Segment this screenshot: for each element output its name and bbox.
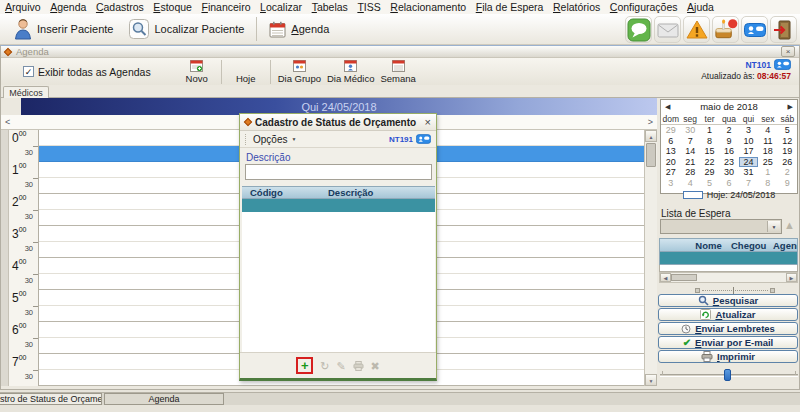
calendar-day[interactable]: 3 [661, 178, 680, 189]
enviar-lembretes-button[interactable]: Enviar Lembretes [658, 322, 798, 335]
calendar-day[interactable]: 15 [700, 146, 719, 157]
waitlist-mini-slider[interactable] [695, 287, 775, 294]
calendar-day[interactable]: 30 [680, 125, 699, 136]
slider-left-handle[interactable] [695, 288, 700, 293]
calendar-day[interactable]: 18 [758, 146, 777, 157]
dia-grupo-button[interactable]: Dia Grupo [275, 58, 324, 85]
calendar-day[interactable]: 27 [661, 167, 680, 178]
print-icon[interactable] [353, 361, 364, 371]
calendar-day[interactable]: 14 [680, 146, 699, 157]
calendar-day-selected[interactable]: 24 [739, 157, 758, 168]
column-agenda[interactable]: Agenda [773, 240, 797, 251]
calendar-day[interactable]: 7 [739, 178, 758, 189]
dialog-titlebar[interactable]: Cadastro de Status de Orçamento × [240, 114, 436, 131]
menu-item-cadastros[interactable]: Cadastros [96, 1, 144, 13]
column-chegou[interactable]: Chegou [731, 240, 773, 251]
imprimir-button[interactable]: Imprimir [658, 350, 798, 363]
calendar-next-icon[interactable]: ▶ [783, 103, 793, 111]
calendar-day[interactable]: 6 [661, 136, 680, 147]
calendar-day[interactable]: 12 [778, 136, 797, 147]
calendar-day[interactable]: 22 [700, 157, 719, 168]
messenger-icon[interactable] [774, 59, 791, 70]
tab-medicos[interactable]: Médicos [3, 86, 49, 98]
novo-button[interactable]: Novo [177, 58, 217, 85]
birthday-button[interactable] [712, 16, 739, 43]
left-collapse-strip[interactable] [1, 130, 9, 386]
task-tab-agenda[interactable]: Agenda [104, 393, 224, 405]
semana-button[interactable]: Semana [378, 58, 419, 85]
dialog-close-button[interactable]: × [425, 117, 431, 128]
calendar-day[interactable]: 2 [719, 125, 738, 136]
atualizar-button[interactable]: Atualizar [658, 308, 798, 321]
scroll-right-icon[interactable]: ▶ [786, 273, 797, 282]
delete-icon[interactable]: ✖ [371, 360, 380, 372]
locate-patient-button[interactable]: Localizar Paciente [121, 17, 252, 41]
calendar-day[interactable]: 11 [758, 136, 777, 147]
calendar-day[interactable]: 25 [758, 157, 777, 168]
calendar-day[interactable]: 17 [739, 146, 758, 157]
waitlist-expand-arrow-icon[interactable]: ▲ [784, 219, 795, 231]
waitlist-combobox[interactable]: ▼ [660, 219, 782, 234]
calendar-day[interactable]: 20 [661, 157, 680, 168]
opcoes-menu[interactable]: Opções [253, 134, 287, 145]
hoje-button[interactable]: Hoje [226, 58, 266, 85]
menu-item-financeiro[interactable]: Financeiro [201, 1, 250, 13]
calendar-day[interactable]: 4 [680, 178, 699, 189]
calendar-day[interactable]: 2 [778, 167, 797, 178]
dialog-grid-selected-row[interactable] [242, 199, 435, 212]
descricao-input[interactable] [245, 164, 432, 180]
messenger-button[interactable] [741, 16, 768, 43]
menu-item-fila-de-espera[interactable]: Fila de Espera [476, 1, 544, 13]
waitlist-hscrollbar[interactable]: ◀ ▶ [659, 272, 798, 283]
calendar-day[interactable]: 16 [719, 146, 738, 157]
prev-day-arrow[interactable]: < [5, 117, 10, 127]
calendar-day[interactable]: 8 [700, 136, 719, 147]
calendar-day[interactable]: 8 [758, 178, 777, 189]
calendar-day[interactable]: 4 [758, 125, 777, 136]
column-nome[interactable]: Nome [686, 240, 731, 251]
chat-button[interactable] [625, 16, 652, 43]
show-all-agendas-checkbox[interactable]: ✓ [23, 66, 34, 77]
add-button[interactable]: + [301, 360, 309, 372]
menu-item-estoque[interactable]: Estoque [153, 1, 192, 13]
scroll-up-icon[interactable]: ▲ [645, 130, 657, 142]
agenda-button[interactable]: Agenda [261, 19, 337, 40]
menu-item-ajuda[interactable]: Ajuda [687, 1, 714, 13]
menu-item-tabelas[interactable]: Tabelas [312, 1, 348, 13]
calendar-day[interactable]: 7 [680, 136, 699, 147]
column-descricao[interactable]: Descrição [328, 187, 373, 198]
calendar-day[interactable]: 29 [661, 125, 680, 136]
menu-item-arquivo[interactable]: Arquivo [5, 1, 41, 13]
next-day-arrow[interactable]: > [648, 117, 653, 127]
calendar-day[interactable]: 3 [739, 125, 758, 136]
calendar-day[interactable]: 21 [680, 157, 699, 168]
warning-button[interactable] [683, 16, 710, 43]
panel-close-button[interactable]: × [781, 46, 795, 57]
exit-button[interactable] [770, 16, 797, 43]
calendar-day[interactable]: 1 [758, 167, 777, 178]
menu-item-configura-es[interactable]: Configurações [610, 1, 678, 13]
calendar-day[interactable]: 19 [778, 146, 797, 157]
calendar-day[interactable]: 29 [700, 167, 719, 178]
mail-button[interactable] [654, 16, 681, 43]
calendar-day[interactable]: 9 [778, 178, 797, 189]
calendar-day[interactable]: 6 [719, 178, 738, 189]
messenger-icon[interactable] [416, 134, 431, 144]
calendar-day[interactable]: 26 [778, 157, 797, 168]
slider-thumb[interactable] [724, 369, 731, 381]
hscrollbar-thumb[interactable] [671, 274, 697, 281]
menu-item-tiss[interactable]: TISS [357, 1, 380, 13]
zoom-slider[interactable] [660, 369, 798, 381]
chevron-down-icon[interactable]: ▼ [767, 221, 780, 232]
calendar-day[interactable]: 9 [719, 136, 738, 147]
waitlist-selected-row[interactable] [659, 252, 798, 265]
calendar-day[interactable]: 1 [700, 125, 719, 136]
calendar-day[interactable]: 13 [661, 146, 680, 157]
slider-right-handle[interactable] [770, 288, 775, 293]
insert-patient-button[interactable]: Inserir Paciente [6, 16, 121, 42]
column-codigo[interactable]: Código [242, 187, 328, 198]
calendar-day[interactable]: 31 [739, 167, 758, 178]
calendar-day[interactable]: 10 [739, 136, 758, 147]
menu-item-relat-rios[interactable]: Relatórios [553, 1, 600, 13]
vertical-scrollbar[interactable]: ▲ ▼ [644, 130, 657, 386]
